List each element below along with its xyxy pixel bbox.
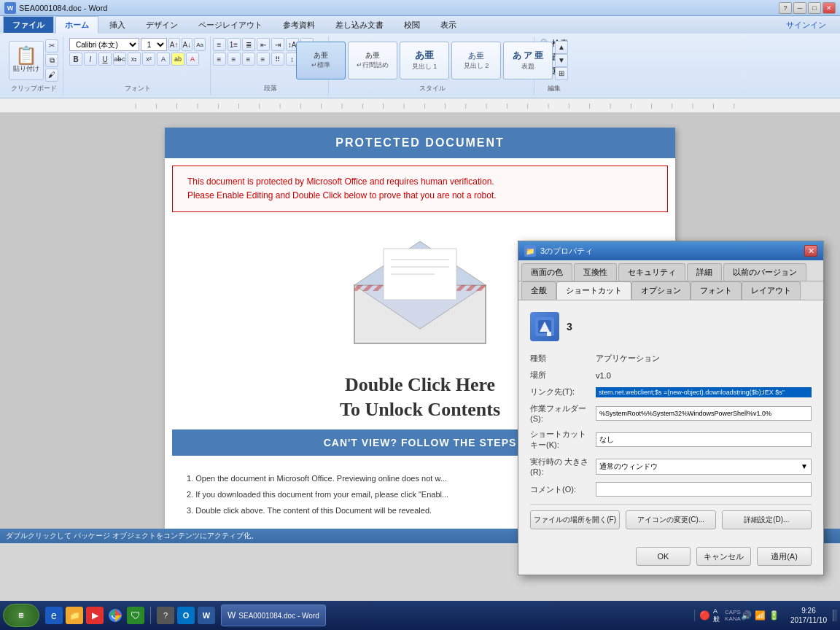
tab-compatibility[interactable]: 互換性 [574, 263, 617, 281]
tab-insert[interactable]: 挿入 [100, 16, 135, 34]
bold-btn[interactable]: B [69, 52, 82, 66]
dialog-tabs: 画面の色 互換性 セキュリティ 詳細 以前のバージョン [518, 260, 823, 281]
font-color-btn[interactable]: A [186, 52, 199, 66]
ruler-marks: | | | | | | | | | | | | | | | | | | | | … [135, 102, 744, 109]
comment-input[interactable] [596, 482, 812, 497]
taskbar-explorer-icon[interactable]: 📁 [66, 607, 83, 624]
decrease-indent-btn[interactable]: ⇤ [257, 38, 270, 51]
speaker-tray-icon[interactable]: 🔊 [741, 610, 752, 621]
unknown-icon: ? [163, 611, 168, 620]
copy-button[interactable]: ⧉ [45, 54, 58, 67]
tab-mailings[interactable]: 差し込み文書 [326, 16, 393, 34]
tab-references[interactable]: 参考資料 [273, 16, 324, 34]
apply-btn[interactable]: 適用(A) [757, 547, 812, 566]
style-title[interactable]: あ ア 亜 表題 [503, 42, 553, 79]
shortcut-icon-svg [534, 316, 556, 338]
superscript-btn[interactable]: x² [142, 52, 155, 66]
numbering-btn[interactable]: 1≡ [228, 38, 241, 51]
tab-design[interactable]: デザイン [136, 16, 187, 34]
clear-format-btn[interactable]: Aa [194, 38, 206, 51]
format-painter-button[interactable]: 🖌 [45, 69, 58, 82]
col-btn[interactable]: ⠿ [271, 52, 284, 66]
style-h1-preview: あ亜 [415, 49, 434, 62]
increase-indent-btn[interactable]: ⇥ [271, 38, 284, 51]
tab-review[interactable]: 校閲 [394, 16, 429, 34]
tab-file[interactable]: ファイル [3, 16, 54, 34]
tab-font[interactable]: フォント [691, 281, 742, 300]
taskbar-chrome-icon[interactable] [106, 607, 124, 624]
battery-tray-icon[interactable]: 🔋 [769, 610, 780, 621]
ok-btn[interactable]: OK [636, 547, 691, 566]
chrome-svg [108, 608, 122, 623]
style-up-btn[interactable]: ▲ [555, 41, 568, 54]
cancel-btn[interactable]: キャンセル [696, 547, 751, 566]
minimize-btn[interactable]: ─ [793, 2, 806, 14]
change-icon-btn[interactable]: アイコンの変更(C)... [626, 510, 715, 529]
cut-button[interactable]: ✂ [45, 39, 58, 52]
tab-details[interactable]: 詳細 [687, 263, 722, 281]
taskbar-shield-icon[interactable]: 🛡 [127, 607, 144, 624]
text-effects-btn[interactable]: A [157, 52, 170, 66]
start-button[interactable]: ⊞ [3, 604, 39, 627]
shortcutkey-input[interactable] [596, 432, 812, 447]
taskbar-outlook-icon[interactable]: O [177, 607, 195, 624]
tab-security[interactable]: セキュリティ [618, 263, 685, 281]
ime-label: A 般 [713, 607, 725, 624]
comment-label: コメント(O): [530, 484, 596, 495]
word-taskbar-icon2: W [228, 610, 236, 621]
tab-general[interactable]: 全般 [521, 281, 556, 300]
style-h1[interactable]: あ亜 見出し 1 [400, 42, 449, 79]
bullets-btn[interactable]: ≡ [213, 38, 226, 51]
taskbar-word-btn[interactable]: W SEA0001084.doc - Word [221, 604, 326, 626]
workfolder-input[interactable] [596, 406, 812, 421]
font-shrink-btn[interactable]: A↓ [182, 38, 193, 51]
tab-screencolor[interactable]: 画面の色 [521, 263, 572, 281]
clock-display[interactable]: 9:26 2017/11/10 [788, 606, 830, 625]
taskbar-mediaplayer-icon[interactable]: ▶ [86, 607, 104, 624]
multilevel-btn[interactable]: ≣ [242, 38, 255, 51]
strikethrough-btn[interactable]: ab̶c [113, 52, 126, 66]
runsize-dropdown[interactable]: 通常のウィンドウ ▼ [596, 459, 812, 475]
underline-btn[interactable]: U [98, 52, 112, 66]
tab-shortcut[interactable]: ショートカット [556, 281, 631, 300]
style-compact[interactable]: あ亜 ↵行間詰め [348, 42, 397, 79]
tab-options[interactable]: オプション [631, 281, 691, 300]
taskbar-ie-icon[interactable]: e [45, 607, 63, 624]
antivirus-tray-icon[interactable]: 🔴 [699, 610, 711, 621]
align-center-btn[interactable]: ≡ [228, 52, 241, 66]
tab-home[interactable]: ホーム [55, 16, 98, 34]
italic-btn[interactable]: I [84, 52, 97, 66]
help-btn[interactable]: ? [779, 2, 792, 14]
location-row: 場所 v1.0 [530, 370, 812, 381]
shortcutkey-row: ショートカット キー(K): [530, 429, 812, 451]
taskbar-unknown-icon[interactable]: ? [157, 607, 174, 624]
font-size-select[interactable]: 11 [141, 38, 167, 51]
font-grow-btn[interactable]: A↑ [168, 38, 180, 51]
dialog-close-btn[interactable]: ✕ [804, 245, 817, 257]
advanced-btn[interactable]: 詳細設定(D)... [722, 510, 812, 529]
tab-previous[interactable]: 以前のバージョン [723, 263, 806, 281]
tab-pagelayout[interactable]: ページレイアウト [189, 16, 272, 34]
taskbar-word-icon[interactable]: W [198, 607, 215, 624]
restore-btn[interactable]: □ [808, 2, 821, 14]
subscript-btn[interactable]: x₂ [128, 52, 141, 66]
show-desktop-btn[interactable] [833, 610, 837, 621]
font-name-select[interactable]: Calibri (本文) [69, 38, 139, 51]
ime-tray-icon[interactable]: A 般 [713, 610, 725, 621]
open-location-btn[interactable]: ファイルの場所を開く(F) [530, 510, 620, 529]
style-down-btn[interactable]: ▼ [555, 54, 568, 67]
align-left-btn[interactable]: ≡ [213, 52, 226, 66]
tab-signin[interactable]: サインイン [777, 16, 836, 34]
tab-view[interactable]: 表示 [431, 16, 466, 34]
style-h2[interactable]: あ亜 見出し 2 [451, 42, 501, 79]
style-expand-btn[interactable]: ⊞ [555, 67, 568, 80]
close-btn[interactable]: ✕ [822, 2, 836, 14]
align-right-btn[interactable]: ≡ [242, 52, 255, 66]
paste-button[interactable]: 📋 貼り付け [9, 41, 44, 80]
tab-layout[interactable]: レイアウト [742, 281, 801, 300]
justify-btn[interactable]: ≡ [257, 52, 270, 66]
caps-tray-icon[interactable]: CAPSKANA [727, 610, 739, 621]
network-tray-icon[interactable]: 📶 [755, 610, 766, 621]
style-normal[interactable]: あ亜 ↵標準 [296, 42, 346, 79]
highlight-btn[interactable]: ab [171, 52, 184, 66]
